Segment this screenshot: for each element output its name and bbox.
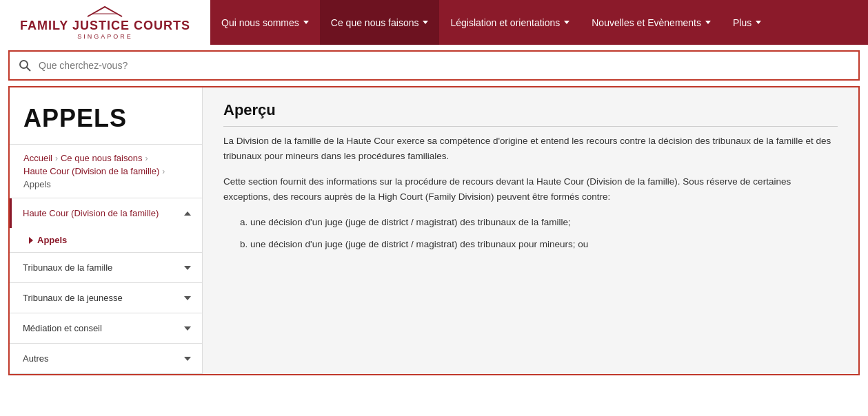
content-title: Aperçu [223,101,838,127]
chevron-down-icon [184,357,191,361]
breadcrumb-accueil[interactable]: Accueil [23,153,52,163]
content-paragraph-2: Cette section fournit des informations s… [223,174,838,204]
chevron-down-icon [184,266,191,270]
logo-icon [84,5,125,17]
nav-item-legislation[interactable]: Législation et orientations [439,0,581,45]
chevron-down-icon [564,21,569,24]
logo: FAMILY JUSTICE COURTS SINGAPORE [20,5,190,41]
breadcrumb: Accueil › Ce que nous faisons › Haute Co… [10,145,202,198]
page-title-area: APPELS [10,87,202,145]
page-title: APPELS [23,104,188,133]
bullet-icon [29,237,33,244]
chevron-down-icon [705,21,711,24]
search-bar [8,50,860,81]
nav-item-ce-que[interactable]: Ce que nous faisons [320,0,440,45]
sidebar-section-header-haute-cour[interactable]: Haute Cour (Division de la famille) [10,198,202,228]
logo-title: FAMILY JUSTICE COURTS [20,19,190,33]
sidebar-section-haute-cour: Haute Cour (Division de la famille) Appe… [10,198,202,253]
nav-item-plus[interactable]: Plus [722,0,772,45]
sidebar-section-header-famille[interactable]: Tribunaux de la famille [10,253,202,282]
sidebar-nav: Haute Cour (Division de la famille) Appe… [10,198,202,374]
sidebar-section-mediation: Médiation et conseil [10,313,202,344]
sidebar-section-famille: Tribunaux de la famille [10,253,202,283]
sidebar-section-header-jeunesse[interactable]: Tribunaux de la jeunesse [10,283,202,313]
chevron-up-icon [184,211,191,216]
chevron-down-icon [184,296,191,300]
search-input[interactable] [39,60,850,71]
nav-item-qui[interactable]: Qui nous sommes [210,0,320,45]
search-icon [18,59,32,72]
breadcrumb-haute-cour[interactable]: Haute Cour (Division de la famille) [23,166,159,176]
breadcrumb-sep-1: › [55,154,58,163]
svg-line-2 [27,67,31,72]
breadcrumb-sep-2: › [145,154,148,163]
main-nav: Qui nous sommes Ce que nous faisons Légi… [210,0,868,45]
content-list-item-b: b. une décision d'un juge (juge de distr… [223,237,838,252]
nav-item-nouvelles[interactable]: Nouvelles et Evènements [581,0,722,45]
breadcrumb-current: Appels [23,179,51,189]
sidebar-section-header-autres[interactable]: Autres [10,344,202,373]
main-container: APPELS Accueil › Ce que nous faisons › H… [8,86,860,375]
content-list-item-a: a. une décision d'un juge (juge de distr… [223,215,838,230]
chevron-down-icon [303,21,309,24]
breadcrumb-ce-que[interactable]: Ce que nous faisons [61,153,143,163]
chevron-down-icon [423,21,428,24]
logo-subtitle: SINGAPORE [20,33,190,40]
sidebar-section-header-mediation[interactable]: Médiation et conseil [10,313,202,343]
logo-area: FAMILY JUSTICE COURTS SINGAPORE [0,0,210,45]
header: FAMILY JUSTICE COURTS SINGAPORE Qui nous… [0,0,868,45]
sidebar-section-jeunesse: Tribunaux de la jeunesse [10,283,202,313]
sidebar-section-autres: Autres [10,344,202,374]
sidebar: APPELS Accueil › Ce que nous faisons › H… [10,87,203,374]
content-paragraph-1: La Division de la famille de la Haute Co… [223,134,838,163]
sidebar-sub-item-appels[interactable]: Appels [10,228,202,252]
chevron-down-icon [756,21,761,24]
breadcrumb-sep-3: › [162,167,165,176]
chevron-down-icon [184,326,191,331]
svg-point-1 [20,61,28,68]
content-area: Aperçu La Division de la famille de la H… [203,87,858,374]
